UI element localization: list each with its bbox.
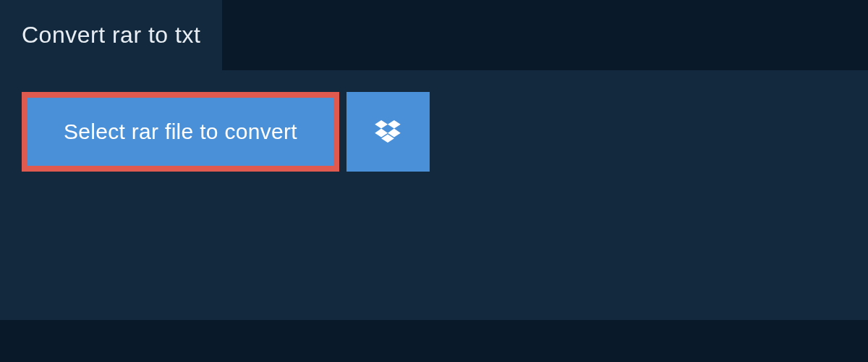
- select-file-button[interactable]: Select rar file to convert: [22, 92, 339, 172]
- page-title: Convert rar to txt: [22, 22, 200, 48]
- select-file-label: Select rar file to convert: [64, 119, 297, 144]
- button-row: Select rar file to convert: [0, 70, 868, 201]
- dropbox-button[interactable]: [346, 92, 430, 172]
- conversion-panel: Select rar file to convert: [0, 70, 868, 320]
- dropbox-icon: [375, 120, 401, 143]
- page-title-tab: Convert rar to txt: [0, 0, 222, 70]
